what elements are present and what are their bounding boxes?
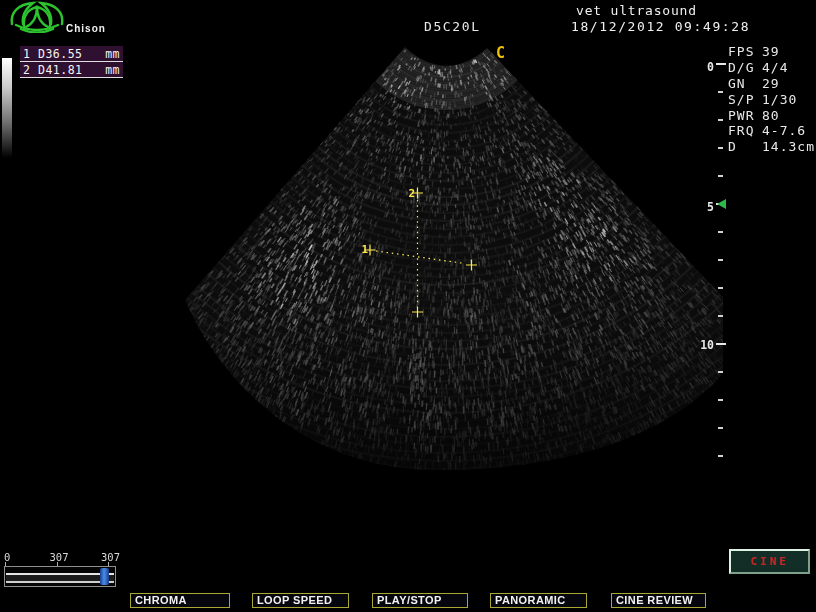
ruler-label-10: 10: [698, 338, 714, 352]
param-label: D/G: [728, 60, 762, 76]
param-value: 39: [762, 44, 780, 60]
parameter-panel: FPS39 D/G4/4 GN29 S/P1/30 PWR80 FRQ4-7.6…: [728, 44, 815, 155]
grayscale-bar: [2, 58, 12, 158]
measurement-unit: mm: [105, 63, 120, 77]
panoramic-button[interactable]: PANORAMIC: [490, 593, 587, 608]
cine-slider-thumb[interactable]: [100, 568, 109, 585]
focus-marker-icon: [717, 199, 726, 209]
probe-model: D5C20L: [424, 19, 481, 34]
measurement-index: 2: [23, 63, 38, 77]
ruler-tick: [718, 315, 723, 317]
measurement-unit: mm: [105, 47, 120, 61]
param-label: PWR: [728, 108, 762, 124]
ultrasound-screen: 2 1 Chison D5C20L vet ultrasound 18/12/2…: [0, 0, 816, 612]
param-row: D14.3cm: [728, 139, 815, 155]
measurement-row: 2 D41.81 mm: [20, 62, 123, 78]
datetime: 18/12/2012 09:49:28: [571, 19, 750, 34]
cine-frame-labels: 0 307 307: [0, 551, 130, 562]
loop-speed-button[interactable]: LOOP SPEED: [252, 593, 349, 608]
param-label: S/P: [728, 92, 762, 108]
ruler-tick: [716, 63, 726, 65]
ruler-label-5: 5: [698, 200, 714, 214]
param-row: PWR80: [728, 108, 815, 124]
param-value: 1/30: [762, 92, 797, 108]
param-row: FPS39: [728, 44, 815, 60]
param-value: 29: [762, 76, 780, 92]
ruler-tick: [718, 371, 723, 373]
chroma-button[interactable]: CHROMA: [130, 593, 230, 608]
ruler-tick: [718, 259, 723, 261]
param-value: 80: [762, 108, 780, 124]
measurement-results: 1 D36.55 mm 2 D41.81 mm: [20, 46, 123, 78]
brand-name: Chison: [66, 23, 106, 34]
chison-logo-icon: [7, 1, 67, 33]
measurement-row: 1 D36.55 mm: [20, 46, 123, 62]
param-row: GN29: [728, 76, 815, 92]
param-row: S/P1/30: [728, 92, 815, 108]
ruler-label-0: 0: [698, 60, 714, 74]
app-title: vet ultrasound: [576, 3, 697, 18]
ultrasound-image: [0, 0, 816, 612]
param-value: 4/4: [762, 60, 788, 76]
ruler-tick: [718, 287, 723, 289]
play-stop-button[interactable]: PLAY/STOP: [372, 593, 468, 608]
cine-status-badge: CINE: [729, 549, 810, 574]
cine-slider-groove: [6, 573, 114, 583]
cine-range-end: 307: [94, 551, 120, 563]
measurement-value: D41.81: [38, 63, 83, 77]
cine-slider-track[interactable]: [4, 566, 116, 587]
ruler-tick: [718, 91, 723, 93]
param-row: FRQ4-7.6: [728, 123, 815, 139]
param-value: 4-7.6: [762, 123, 806, 139]
ruler-tick: [716, 343, 726, 345]
param-label: D: [728, 139, 762, 155]
orientation-marker: C: [496, 44, 505, 62]
ruler-tick: [718, 231, 723, 233]
param-label: FRQ: [728, 123, 762, 139]
measurement-value: D36.55: [38, 47, 83, 61]
ruler-tick: [718, 119, 723, 121]
ruler-tick: [718, 455, 723, 457]
param-label: GN: [728, 76, 762, 92]
measurement-index: 1: [23, 47, 38, 61]
param-value: 14.3cm: [762, 139, 815, 155]
cine-review-button[interactable]: CINE REVIEW: [611, 593, 706, 608]
param-row: D/G4/4: [728, 60, 815, 76]
ruler-tick: [718, 427, 723, 429]
ruler-tick: [718, 399, 723, 401]
ruler-tick: [718, 147, 723, 149]
cine-range-mid: 307: [46, 551, 72, 563]
param-label: FPS: [728, 44, 762, 60]
ruler-tick: [718, 175, 723, 177]
